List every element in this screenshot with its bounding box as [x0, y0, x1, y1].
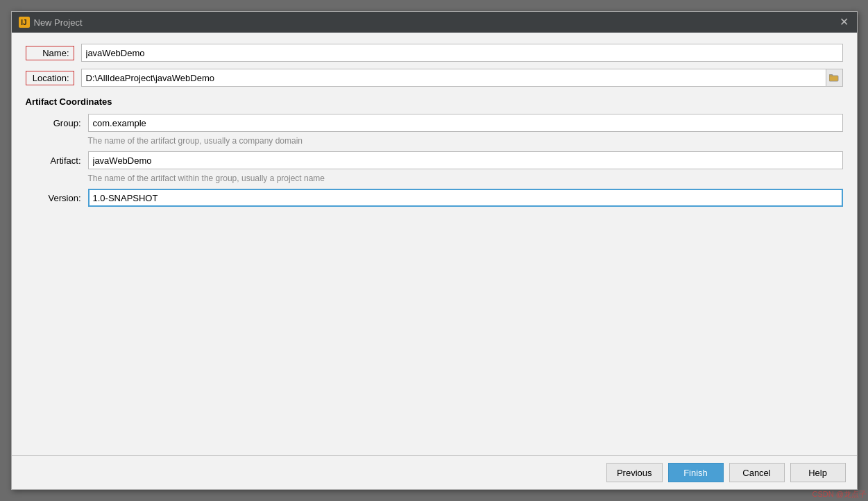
dialog-content: Name: Location: Artifact Coordinates Gro… — [12, 33, 857, 455]
artifact-label: Artifact: — [26, 155, 81, 166]
artifact-input[interactable] — [88, 151, 843, 169]
group-row: Group: — [26, 114, 843, 132]
previous-button[interactable]: Previous — [606, 463, 663, 482]
dialog-footer: Previous Finish Cancel Help — [12, 455, 857, 489]
artifact-hint: The name of the artifact within the grou… — [88, 173, 843, 183]
artifact-row: Artifact: — [26, 151, 843, 169]
svg-rect-0 — [829, 76, 838, 81]
name-label: Name: — [26, 46, 74, 60]
group-input[interactable] — [88, 114, 843, 132]
watermark: CSDN @龙点子 — [812, 489, 867, 500]
location-row: Location: — [26, 69, 843, 87]
finish-button[interactable]: Finish — [668, 463, 724, 482]
close-button[interactable]: ✕ — [838, 17, 850, 28]
cancel-button[interactable]: Cancel — [729, 463, 785, 482]
dialog-title: New Project — [34, 17, 83, 28]
svg-rect-1 — [829, 75, 833, 76]
name-row: Name: — [26, 44, 843, 62]
artifact-coordinates-header: Artifact Coordinates — [26, 96, 843, 107]
version-label: Version: — [26, 193, 81, 203]
location-label: Location: — [26, 71, 74, 85]
title-bar: IJ New Project ✕ — [12, 12, 857, 33]
location-input-wrapper — [81, 69, 843, 87]
version-row: Version: — [26, 189, 843, 207]
browse-button[interactable] — [826, 69, 843, 87]
new-project-dialog: IJ New Project ✕ Name: Location: — [11, 11, 858, 490]
title-bar-left: IJ New Project — [19, 17, 83, 28]
location-input[interactable] — [81, 69, 826, 87]
name-input[interactable] — [81, 44, 843, 62]
intellij-icon: IJ — [19, 17, 30, 28]
group-label: Group: — [26, 118, 81, 128]
group-hint: The name of the artifact group, usually … — [88, 136, 843, 146]
help-button[interactable]: Help — [790, 463, 846, 482]
version-input[interactable] — [88, 189, 843, 207]
